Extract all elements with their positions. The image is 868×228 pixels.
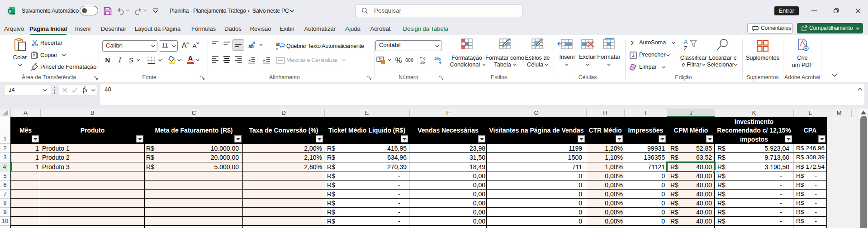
svg-text:c: c xyxy=(276,47,278,51)
svg-text:X: X xyxy=(9,9,12,14)
svg-text:Z: Z xyxy=(684,45,687,52)
svg-text:A: A xyxy=(684,39,688,45)
svg-text:,00: ,00 xyxy=(420,61,425,65)
svg-text:,00: ,00 xyxy=(434,57,439,61)
svg-text:ab: ab xyxy=(276,42,280,47)
svg-text:ab: ab xyxy=(248,43,254,49)
svg-text:0: 0 xyxy=(439,57,441,62)
